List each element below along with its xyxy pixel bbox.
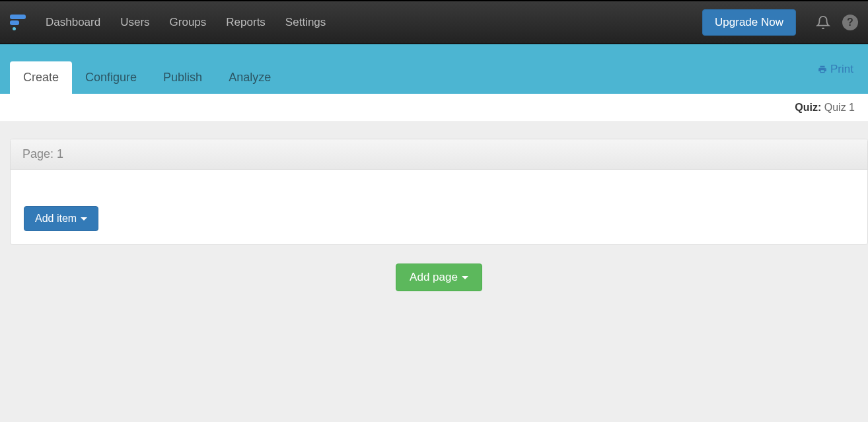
tab-analyze[interactable]: Analyze (215, 61, 284, 94)
quiz-label: Quiz: (795, 102, 821, 113)
app-logo[interactable] (10, 13, 26, 32)
print-label: Print (830, 63, 853, 76)
tab-configure[interactable]: Configure (72, 61, 150, 94)
page-header: Page: 1 (11, 139, 867, 170)
nav-groups[interactable]: Groups (170, 16, 207, 29)
caret-down-icon (81, 217, 87, 221)
upgrade-button[interactable]: Upgrade Now (702, 9, 796, 36)
nav-icons: ? (816, 15, 858, 30)
print-link[interactable]: Print (817, 63, 853, 76)
help-icon[interactable]: ? (842, 15, 858, 30)
nav-links: Dashboard Users Groups Reports Settings (46, 16, 326, 29)
tab-create[interactable]: Create (10, 61, 72, 94)
add-page-label: Add page (410, 271, 458, 284)
caret-down-icon (462, 276, 468, 279)
content-area: Page: 1 Add item Add page (0, 122, 868, 291)
quiz-name: Quiz 1 (824, 102, 855, 113)
add-item-label: Add item (35, 213, 77, 225)
page-body: Add item (11, 170, 867, 244)
nav-settings[interactable]: Settings (285, 16, 326, 29)
add-page-button[interactable]: Add page (396, 264, 482, 291)
nav-reports[interactable]: Reports (226, 16, 266, 29)
add-item-button[interactable]: Add item (24, 206, 98, 231)
page-panel: Page: 1 Add item (10, 139, 868, 245)
nav-users[interactable]: Users (120, 16, 149, 29)
quiz-bar: Quiz: Quiz 1 (0, 94, 868, 122)
bell-icon[interactable] (816, 15, 830, 30)
add-page-wrapper: Add page (10, 264, 868, 291)
print-icon (817, 65, 828, 74)
subnav-tabs: Create Configure Publish Analyze (10, 61, 284, 94)
nav-dashboard[interactable]: Dashboard (46, 16, 100, 29)
tab-publish[interactable]: Publish (150, 61, 215, 94)
main-navbar: Dashboard Users Groups Reports Settings … (0, 1, 868, 44)
sub-navbar: Create Configure Publish Analyze Print (0, 44, 868, 94)
